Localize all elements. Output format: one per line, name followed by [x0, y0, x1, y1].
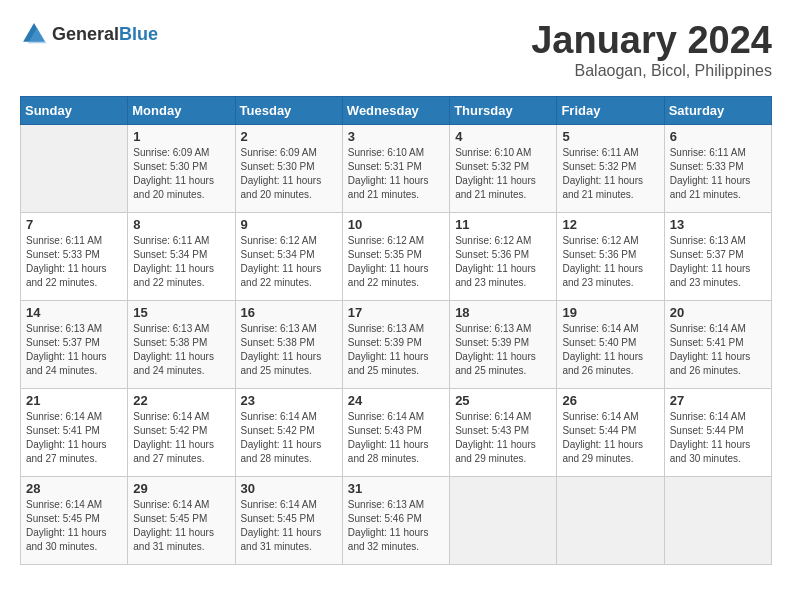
- day-number: 29: [133, 481, 229, 496]
- logo-general-text: General: [52, 24, 119, 44]
- day-number: 17: [348, 305, 444, 320]
- cell-details: Sunrise: 6:14 AMSunset: 5:40 PMDaylight:…: [562, 323, 643, 376]
- calendar-cell: 13Sunrise: 6:13 AMSunset: 5:37 PMDayligh…: [664, 212, 771, 300]
- day-number: 23: [241, 393, 337, 408]
- cell-details: Sunrise: 6:14 AMSunset: 5:43 PMDaylight:…: [455, 411, 536, 464]
- cell-details: Sunrise: 6:14 AMSunset: 5:44 PMDaylight:…: [562, 411, 643, 464]
- day-number: 11: [455, 217, 551, 232]
- calendar-cell: 22Sunrise: 6:14 AMSunset: 5:42 PMDayligh…: [128, 388, 235, 476]
- day-number: 18: [455, 305, 551, 320]
- cell-details: Sunrise: 6:11 AMSunset: 5:33 PMDaylight:…: [26, 235, 107, 288]
- calendar-cell: 10Sunrise: 6:12 AMSunset: 5:35 PMDayligh…: [342, 212, 449, 300]
- day-number: 16: [241, 305, 337, 320]
- calendar-header: SundayMondayTuesdayWednesdayThursdayFrid…: [21, 96, 772, 124]
- cell-details: Sunrise: 6:12 AMSunset: 5:35 PMDaylight:…: [348, 235, 429, 288]
- cell-details: Sunrise: 6:14 AMSunset: 5:41 PMDaylight:…: [670, 323, 751, 376]
- day-number: 10: [348, 217, 444, 232]
- calendar-table: SundayMondayTuesdayWednesdayThursdayFrid…: [20, 96, 772, 565]
- cell-details: Sunrise: 6:11 AMSunset: 5:32 PMDaylight:…: [562, 147, 643, 200]
- day-number: 14: [26, 305, 122, 320]
- day-number: 20: [670, 305, 766, 320]
- calendar-week-row: 28Sunrise: 6:14 AMSunset: 5:45 PMDayligh…: [21, 476, 772, 564]
- calendar-cell: 4Sunrise: 6:10 AMSunset: 5:32 PMDaylight…: [450, 124, 557, 212]
- day-number: 1: [133, 129, 229, 144]
- day-number: 24: [348, 393, 444, 408]
- calendar-cell: 16Sunrise: 6:13 AMSunset: 5:38 PMDayligh…: [235, 300, 342, 388]
- weekday-header-sunday: Sunday: [21, 96, 128, 124]
- calendar-body: 1Sunrise: 6:09 AMSunset: 5:30 PMDaylight…: [21, 124, 772, 564]
- day-number: 27: [670, 393, 766, 408]
- calendar-week-row: 7Sunrise: 6:11 AMSunset: 5:33 PMDaylight…: [21, 212, 772, 300]
- calendar-cell: 21Sunrise: 6:14 AMSunset: 5:41 PMDayligh…: [21, 388, 128, 476]
- calendar-subtitle: Balaogan, Bicol, Philippines: [531, 62, 772, 80]
- calendar-cell: [664, 476, 771, 564]
- day-number: 30: [241, 481, 337, 496]
- calendar-cell: 23Sunrise: 6:14 AMSunset: 5:42 PMDayligh…: [235, 388, 342, 476]
- day-number: 21: [26, 393, 122, 408]
- calendar-cell: 29Sunrise: 6:14 AMSunset: 5:45 PMDayligh…: [128, 476, 235, 564]
- day-number: 2: [241, 129, 337, 144]
- weekday-header-row: SundayMondayTuesdayWednesdayThursdayFrid…: [21, 96, 772, 124]
- day-number: 9: [241, 217, 337, 232]
- cell-details: Sunrise: 6:14 AMSunset: 5:42 PMDaylight:…: [241, 411, 322, 464]
- cell-details: Sunrise: 6:14 AMSunset: 5:41 PMDaylight:…: [26, 411, 107, 464]
- cell-details: Sunrise: 6:13 AMSunset: 5:39 PMDaylight:…: [348, 323, 429, 376]
- calendar-cell: 12Sunrise: 6:12 AMSunset: 5:36 PMDayligh…: [557, 212, 664, 300]
- calendar-cell: 11Sunrise: 6:12 AMSunset: 5:36 PMDayligh…: [450, 212, 557, 300]
- calendar-title: January 2024: [531, 20, 772, 62]
- calendar-cell: 19Sunrise: 6:14 AMSunset: 5:40 PMDayligh…: [557, 300, 664, 388]
- day-number: 31: [348, 481, 444, 496]
- cell-details: Sunrise: 6:12 AMSunset: 5:34 PMDaylight:…: [241, 235, 322, 288]
- calendar-week-row: 14Sunrise: 6:13 AMSunset: 5:37 PMDayligh…: [21, 300, 772, 388]
- day-number: 5: [562, 129, 658, 144]
- calendar-week-row: 1Sunrise: 6:09 AMSunset: 5:30 PMDaylight…: [21, 124, 772, 212]
- cell-details: Sunrise: 6:09 AMSunset: 5:30 PMDaylight:…: [241, 147, 322, 200]
- cell-details: Sunrise: 6:11 AMSunset: 5:33 PMDaylight:…: [670, 147, 751, 200]
- calendar-cell: 5Sunrise: 6:11 AMSunset: 5:32 PMDaylight…: [557, 124, 664, 212]
- calendar-cell: 7Sunrise: 6:11 AMSunset: 5:33 PMDaylight…: [21, 212, 128, 300]
- title-area: January 2024 Balaogan, Bicol, Philippine…: [531, 20, 772, 80]
- calendar-cell: 24Sunrise: 6:14 AMSunset: 5:43 PMDayligh…: [342, 388, 449, 476]
- logo-icon: [20, 20, 48, 48]
- calendar-cell: 15Sunrise: 6:13 AMSunset: 5:38 PMDayligh…: [128, 300, 235, 388]
- cell-details: Sunrise: 6:13 AMSunset: 5:39 PMDaylight:…: [455, 323, 536, 376]
- day-number: 6: [670, 129, 766, 144]
- cell-details: Sunrise: 6:09 AMSunset: 5:30 PMDaylight:…: [133, 147, 214, 200]
- weekday-header-friday: Friday: [557, 96, 664, 124]
- cell-details: Sunrise: 6:14 AMSunset: 5:44 PMDaylight:…: [670, 411, 751, 464]
- cell-details: Sunrise: 6:13 AMSunset: 5:37 PMDaylight:…: [670, 235, 751, 288]
- cell-details: Sunrise: 6:14 AMSunset: 5:45 PMDaylight:…: [133, 499, 214, 552]
- calendar-cell: 8Sunrise: 6:11 AMSunset: 5:34 PMDaylight…: [128, 212, 235, 300]
- logo: GeneralBlue: [20, 20, 158, 48]
- weekday-header-thursday: Thursday: [450, 96, 557, 124]
- calendar-cell: 6Sunrise: 6:11 AMSunset: 5:33 PMDaylight…: [664, 124, 771, 212]
- calendar-cell: 18Sunrise: 6:13 AMSunset: 5:39 PMDayligh…: [450, 300, 557, 388]
- page-header: GeneralBlue January 2024 Balaogan, Bicol…: [20, 20, 772, 80]
- cell-details: Sunrise: 6:13 AMSunset: 5:37 PMDaylight:…: [26, 323, 107, 376]
- calendar-cell: [557, 476, 664, 564]
- calendar-cell: 17Sunrise: 6:13 AMSunset: 5:39 PMDayligh…: [342, 300, 449, 388]
- cell-details: Sunrise: 6:13 AMSunset: 5:38 PMDaylight:…: [133, 323, 214, 376]
- day-number: 19: [562, 305, 658, 320]
- day-number: 13: [670, 217, 766, 232]
- weekday-header-tuesday: Tuesday: [235, 96, 342, 124]
- cell-details: Sunrise: 6:12 AMSunset: 5:36 PMDaylight:…: [455, 235, 536, 288]
- calendar-cell: 28Sunrise: 6:14 AMSunset: 5:45 PMDayligh…: [21, 476, 128, 564]
- cell-details: Sunrise: 6:14 AMSunset: 5:43 PMDaylight:…: [348, 411, 429, 464]
- calendar-cell: [21, 124, 128, 212]
- calendar-cell: 9Sunrise: 6:12 AMSunset: 5:34 PMDaylight…: [235, 212, 342, 300]
- day-number: 7: [26, 217, 122, 232]
- day-number: 3: [348, 129, 444, 144]
- cell-details: Sunrise: 6:10 AMSunset: 5:32 PMDaylight:…: [455, 147, 536, 200]
- cell-details: Sunrise: 6:14 AMSunset: 5:45 PMDaylight:…: [241, 499, 322, 552]
- calendar-cell: 3Sunrise: 6:10 AMSunset: 5:31 PMDaylight…: [342, 124, 449, 212]
- calendar-cell: 27Sunrise: 6:14 AMSunset: 5:44 PMDayligh…: [664, 388, 771, 476]
- day-number: 26: [562, 393, 658, 408]
- day-number: 15: [133, 305, 229, 320]
- cell-details: Sunrise: 6:12 AMSunset: 5:36 PMDaylight:…: [562, 235, 643, 288]
- cell-details: Sunrise: 6:10 AMSunset: 5:31 PMDaylight:…: [348, 147, 429, 200]
- cell-details: Sunrise: 6:11 AMSunset: 5:34 PMDaylight:…: [133, 235, 214, 288]
- logo-blue-text: Blue: [119, 24, 158, 44]
- day-number: 28: [26, 481, 122, 496]
- cell-details: Sunrise: 6:13 AMSunset: 5:46 PMDaylight:…: [348, 499, 429, 552]
